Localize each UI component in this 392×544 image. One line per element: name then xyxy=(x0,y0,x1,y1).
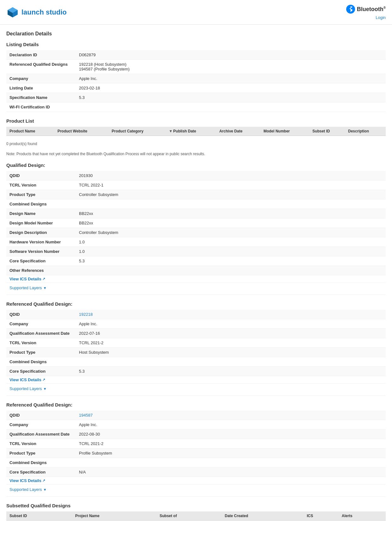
table-row: Core Specification 5.3 xyxy=(6,367,386,376)
col-subset-id: Subset ID xyxy=(6,511,72,521)
rd2-label-core-spec: Core Specification xyxy=(6,468,76,477)
supported-layers-btn-3[interactable]: Supported Layers ▼ xyxy=(9,485,47,494)
supported-layers-text: Supported Layers xyxy=(9,285,42,290)
supported-layers-btn-2[interactable]: Supported Layers ▼ xyxy=(9,384,47,393)
qd-value-model-number: BB22xx xyxy=(76,218,386,228)
qdid-link-2[interactable]: 194587 xyxy=(79,413,93,418)
product-list-table: Product Name Product Website Product Cat… xyxy=(6,127,386,136)
table-row: TCRL Version TCRL 2021-2 xyxy=(6,439,386,449)
header-right: Bluetooth® Login xyxy=(346,4,386,20)
layers-row-3: Supported Layers ▼ xyxy=(6,485,386,497)
qd-label-sw-version: Software Version Number xyxy=(6,247,76,256)
table-row: Qualification Assessment Date 2022-07-16 xyxy=(6,329,386,338)
table-row: QDID 194587 xyxy=(6,411,386,420)
rd1-value-qdid: 192218 xyxy=(76,310,386,319)
qd-value-tcrl: TCRL 2022-1 xyxy=(76,180,386,190)
table-row: Product Type Controller Subsystem xyxy=(6,190,386,199)
table-row: Design Description Controller Subsystem xyxy=(6,228,386,237)
chevron-down-icon: ▼ xyxy=(43,286,47,290)
qdid-link-1[interactable]: 192218 xyxy=(79,312,93,317)
qd-label-tcrl: TCRL Version xyxy=(6,180,76,190)
listing-details-title: Listing Details xyxy=(6,42,386,47)
col-product-category: Product Category xyxy=(109,127,166,136)
rd1-value-qa-date: 2022-07-16 xyxy=(76,329,386,338)
rd1-label-qa-date: Qualification Assessment Date xyxy=(6,329,76,338)
qd-label-other-refs: Other References xyxy=(6,266,76,275)
rd2-label-combined: Combined Designs xyxy=(6,458,76,468)
qd-value-combined xyxy=(76,199,386,209)
qd-value-other-refs xyxy=(76,266,386,275)
col-subset-of: Subset of xyxy=(156,511,221,521)
table-row: Specification Name 5.3 xyxy=(6,93,386,102)
layers-cell: Supported Layers ▼ xyxy=(6,283,386,295)
qd-label-qdid: QDID xyxy=(6,171,76,180)
ref-design-1-title: Referenced Qualified Design: xyxy=(6,301,386,307)
layers-row-2: Supported Layers ▼ xyxy=(6,384,386,396)
view-ics-link-1[interactable]: View ICS Details ↗ xyxy=(9,277,45,281)
qd-value-design-name: BB22xx xyxy=(76,209,386,218)
layers-cell-3: Supported Layers ▼ xyxy=(6,485,386,497)
qd-value-product-type: Controller Subsystem xyxy=(76,190,386,199)
ics-row: View ICS Details ↗ xyxy=(6,275,386,283)
product-count: 0 product(s) found xyxy=(6,139,386,149)
table-row: Product Type Host Subsystem xyxy=(6,348,386,357)
qualified-design-table: QDID 201930 TCRL Version TCRL 2022-1 Pro… xyxy=(6,171,386,295)
view-ics-link-2[interactable]: View ICS Details ↗ xyxy=(9,377,45,382)
rd2-label-product-type: Product Type xyxy=(6,449,76,458)
table-row: Core Specification N/A xyxy=(6,468,386,477)
layers-row: Supported Layers ▼ xyxy=(6,283,386,295)
table-row: Combined Designs xyxy=(6,357,386,367)
listing-label-declaration-id: Declaration ID xyxy=(6,50,76,60)
table-row: TCRL Version TCRL 2022-1 xyxy=(6,180,386,190)
table-row: WI-FI Certification ID xyxy=(6,102,386,112)
supported-layers-btn-1[interactable]: Supported Layers ▼ xyxy=(9,284,47,292)
rd2-value-product-type: Profile Subsystem xyxy=(76,449,386,458)
qd-label-combined: Combined Designs xyxy=(6,199,76,209)
rd1-label-tcrl: TCRL Version xyxy=(6,338,76,348)
rd2-value-combined xyxy=(76,458,386,468)
page-title: Declaration Details xyxy=(6,31,386,37)
listing-value-spec: 5.3 xyxy=(76,93,386,102)
listing-value-wifi xyxy=(76,102,386,112)
logo-text: launch studio xyxy=(21,8,67,16)
qd-label-model-number: Design Model Number xyxy=(6,218,76,228)
rd2-label-qdid: QDID xyxy=(6,411,76,420)
rd1-value-tcrl: TCRL 2021-2 xyxy=(76,338,386,348)
table-row: TCRL Version TCRL 2021-2 xyxy=(6,338,386,348)
product-table-header-row: Product Name Product Website Product Cat… xyxy=(6,127,386,136)
table-row: Core Specification 5.3 xyxy=(6,256,386,266)
rd1-value-combined xyxy=(76,357,386,367)
qd-value-core-spec: 5.3 xyxy=(76,256,386,266)
ics-row-2: View ICS Details ↗ xyxy=(6,376,386,384)
rd2-value-company: Apple Inc. xyxy=(76,420,386,430)
rd2-value-qdid: 194587 xyxy=(76,411,386,420)
login-link[interactable]: Login xyxy=(376,15,386,20)
listing-value-declaration-id: D062879 xyxy=(76,50,386,60)
listing-details-table: Declaration ID D062879 Referenced Qualif… xyxy=(6,50,386,112)
rd1-value-company: Apple Inc. xyxy=(76,319,386,329)
qd-label-core-spec: Core Specification xyxy=(6,256,76,266)
rd1-value-product-type: Host Subsystem xyxy=(76,348,386,357)
subsetted-table: Subset ID Project Name Subset of Date Cr… xyxy=(6,511,386,521)
col-publish-date[interactable]: ▼Publish Date xyxy=(166,127,216,136)
bluetooth-logo: Bluetooth® xyxy=(346,4,386,14)
ref-design-1-table: QDID 192218 Company Apple Inc. Qualifica… xyxy=(6,310,386,396)
table-row: Product Type Profile Subsystem xyxy=(6,449,386,458)
col-date-created: Date Created xyxy=(221,511,304,521)
table-row: Combined Designs xyxy=(6,458,386,468)
supported-layers-text-3: Supported Layers xyxy=(9,487,42,492)
rd1-label-product-type: Product Type xyxy=(6,348,76,357)
view-ics-link-3[interactable]: View ICS Details ↗ xyxy=(9,478,45,483)
rd2-value-core-spec: N/A xyxy=(76,468,386,477)
listing-label-ref-designs: Referenced Qualified Designs xyxy=(6,60,76,74)
rd1-value-core-spec: 5.3 xyxy=(76,367,386,376)
table-row: Declaration ID D062879 xyxy=(6,50,386,60)
table-row: Design Name BB22xx xyxy=(6,209,386,218)
col-archive-date: Archive Date xyxy=(216,127,260,136)
table-row: QDID 201930 xyxy=(6,171,386,180)
table-row: Referenced Qualified Designs 192218 (Hos… xyxy=(6,60,386,74)
table-row: Listing Date 2023-02-18 xyxy=(6,83,386,93)
qd-value-qdid: 201930 xyxy=(76,171,386,180)
table-row: Qualification Assessment Date 2022-08-30 xyxy=(6,430,386,439)
ics-cell-2: View ICS Details ↗ xyxy=(6,376,386,384)
